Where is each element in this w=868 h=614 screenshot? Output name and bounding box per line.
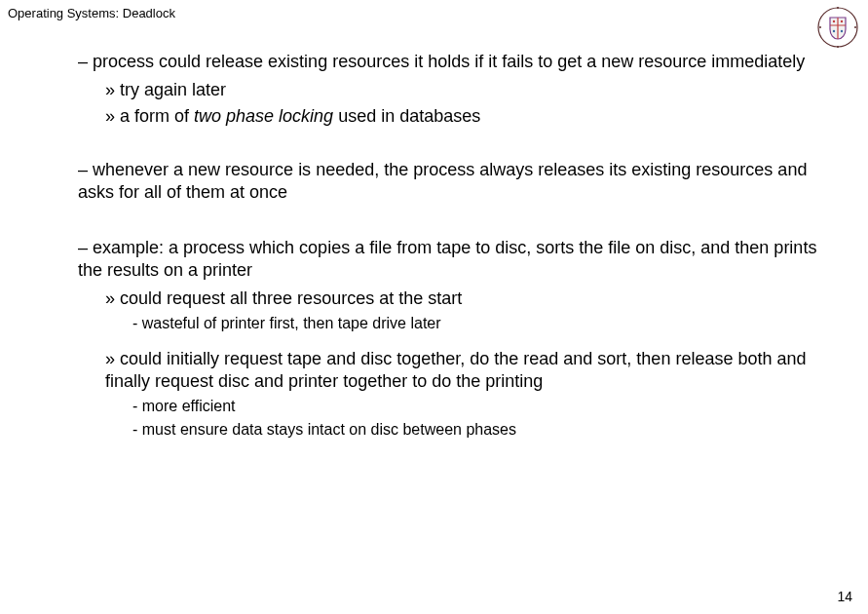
svg-point-5	[837, 7, 839, 9]
svg-point-3	[833, 30, 835, 32]
bullet-level1: – example: a process which copies a file…	[78, 237, 818, 282]
svg-point-7	[819, 26, 821, 28]
bullet-level2: » a form of two phase locking used in da…	[105, 105, 818, 128]
text-fragment: used in databases	[333, 106, 480, 126]
italic-term: two phase locking	[194, 106, 333, 126]
bullet-level1: – process could release existing resourc…	[78, 51, 818, 73]
bullet-level2: » could request all three resources at t…	[105, 288, 818, 310]
bullet-level3: - more efficient	[132, 397, 818, 416]
bullet-level3: - must ensure data stays intact on disc …	[132, 420, 818, 440]
university-crest-icon	[817, 4, 858, 51]
svg-point-6	[837, 46, 839, 48]
svg-point-1	[833, 20, 835, 22]
bullet-level3: - wasteful of printer first, then tape d…	[132, 314, 818, 333]
bullet-level2: » try again later	[105, 79, 818, 101]
svg-point-2	[841, 20, 843, 22]
svg-point-8	[854, 26, 856, 28]
page-number: 14	[837, 589, 852, 604]
text-fragment: » a form of	[105, 106, 194, 126]
bullet-level1: – whenever a new resource is needed, the…	[78, 159, 818, 204]
slide-header: Operating Systems: Deadlock	[8, 6, 175, 20]
header-title: Operating Systems: Deadlock	[8, 6, 175, 20]
bullet-level2: » could initially request tape and disc …	[105, 348, 818, 393]
svg-point-4	[841, 30, 843, 32]
slide-body: – process could release existing resourc…	[78, 51, 818, 444]
